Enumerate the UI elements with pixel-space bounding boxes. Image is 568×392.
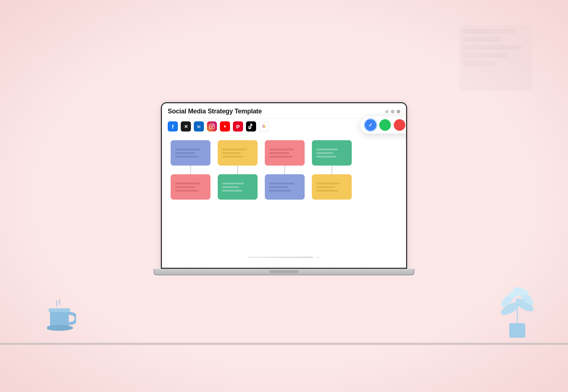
window-dot-1 bbox=[385, 110, 389, 113]
laptop-base bbox=[154, 269, 414, 275]
mindmap-card-gold-bottom[interactable] bbox=[312, 174, 352, 200]
mindmap-card-green-top[interactable] bbox=[312, 140, 352, 166]
pinterest-icon[interactable]: P bbox=[233, 121, 243, 132]
connector-line-4 bbox=[331, 166, 332, 174]
window-dot-2 bbox=[391, 110, 394, 113]
tiktok-icon[interactable]: ♪ bbox=[246, 121, 256, 132]
card-connector-3 bbox=[265, 140, 305, 174]
svg-rect-11 bbox=[209, 124, 214, 129]
svg-rect-3 bbox=[509, 323, 525, 338]
svg-rect-1 bbox=[49, 308, 70, 312]
mindmap-card-pink-top[interactable] bbox=[265, 140, 305, 166]
mindmap-card-blue-top[interactable] bbox=[171, 140, 210, 166]
mindmap-card-yellow-top[interactable] bbox=[218, 140, 258, 166]
youtube-icon[interactable] bbox=[220, 121, 230, 132]
page-title: Social Media Strategy Template bbox=[168, 108, 262, 115]
color-option-green[interactable] bbox=[379, 119, 391, 131]
coffee-cup bbox=[47, 300, 76, 332]
mindmap-card-lavender-bottom[interactable] bbox=[265, 174, 305, 200]
scroll-arrow: → bbox=[248, 254, 320, 260]
connector-line-3 bbox=[284, 166, 285, 174]
browser-window-controls bbox=[385, 110, 400, 113]
plant-decoration bbox=[496, 269, 539, 341]
connector-line-2 bbox=[237, 166, 238, 174]
background-decoration bbox=[459, 25, 532, 91]
mindmap-card-teal-bottom[interactable] bbox=[218, 174, 258, 200]
mindmap-bottom-row bbox=[168, 174, 400, 200]
facebook-icon[interactable]: f bbox=[168, 121, 178, 132]
card-connector-2 bbox=[218, 140, 258, 174]
card-connector-4 bbox=[312, 140, 352, 174]
card-connector-1 bbox=[171, 140, 210, 174]
connector-line-1 bbox=[190, 166, 191, 174]
mindmap-card-salmon-bottom[interactable] bbox=[171, 174, 210, 200]
linkedin-icon[interactable]: in bbox=[194, 121, 204, 132]
arrow-head-icon: → bbox=[314, 254, 320, 260]
mindmap-area: → bbox=[162, 134, 406, 268]
color-picker: ✓ bbox=[360, 116, 407, 134]
mindmap-top-row bbox=[168, 140, 400, 174]
color-option-red[interactable] bbox=[394, 119, 405, 131]
laptop-screen: Social Media Strategy Template f bbox=[161, 102, 407, 269]
svg-point-12 bbox=[211, 125, 213, 127]
checkmark-icon: ✓ bbox=[368, 122, 373, 128]
color-option-blue[interactable]: ✓ bbox=[365, 119, 376, 131]
twitter-icon[interactable]: ✕ bbox=[181, 121, 191, 132]
window-dot-3 bbox=[397, 110, 400, 113]
desk-surface bbox=[0, 343, 568, 345]
svg-rect-0 bbox=[50, 310, 69, 327]
svg-point-13 bbox=[213, 125, 214, 125]
svg-text:♪: ♪ bbox=[249, 124, 251, 128]
svg-point-2 bbox=[47, 325, 73, 331]
instagram-icon[interactable] bbox=[207, 121, 217, 132]
laptop: Social Media Strategy Template f bbox=[154, 102, 414, 275]
google-icon[interactable]: G bbox=[259, 121, 269, 132]
